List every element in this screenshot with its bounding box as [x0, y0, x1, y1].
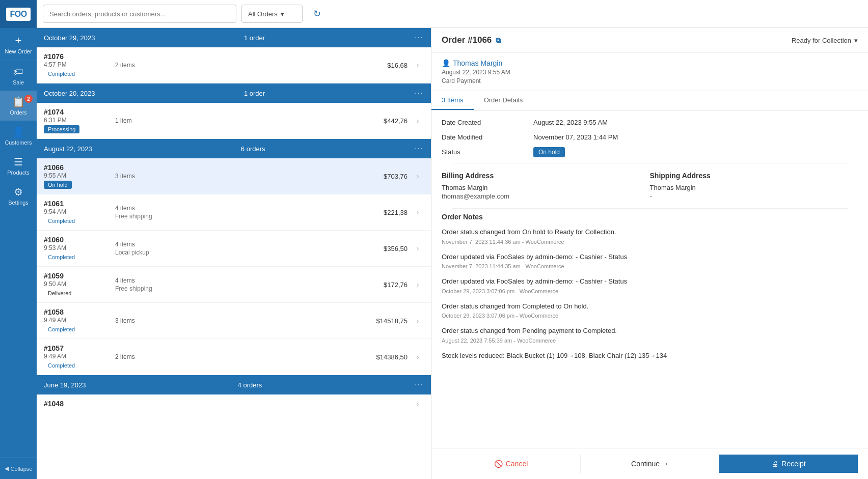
group-menu-icon[interactable]: ··· [414, 144, 424, 153]
order-info: #1076 4:57 PM Completed [44, 52, 115, 78]
billing-address: Billing Address Thomas Margin thomas@exa… [442, 172, 650, 200]
order-number: #1059 [44, 272, 115, 280]
billing-email: thomas@example.com [442, 192, 650, 200]
notes-title: Order Notes [442, 213, 858, 221]
order-row[interactable]: #1048 › [37, 395, 431, 413]
sidebar-item-label-orders: Orders [10, 109, 27, 116]
order-row[interactable]: #1059 9:50 AM Delivered 4 items Free shi… [37, 267, 431, 303]
orders-list: October 29, 2023 1 order ··· #1076 4:57 … [37, 28, 431, 479]
collapse-button[interactable]: ◀ Collapse [1, 463, 37, 474]
tab-order-details-label: Order Details [484, 96, 523, 104]
tab-order-details[interactable]: Order Details [474, 91, 533, 110]
order-items: 3 items [115, 173, 362, 180]
section-divider-2 [452, 208, 848, 209]
item-count: 3 items [115, 173, 362, 180]
filter-chevron-icon: ▾ [281, 10, 284, 18]
sidebar-item-customers[interactable]: 👤 Customers [0, 121, 37, 151]
order-row[interactable]: #1066 9:55 AM On hold 3 items $703,76 › [37, 158, 431, 194]
order-number: #1074 [44, 108, 115, 116]
order-amount: $442,76 [362, 117, 408, 125]
sidebar-item-products[interactable]: ☰ Products [0, 151, 37, 181]
date-created-label: Date Created [442, 119, 533, 126]
refresh-button[interactable]: ↻ [308, 5, 326, 23]
tab-items-label: 3 Items [442, 96, 464, 104]
order-items: 2 items [115, 62, 362, 69]
order-row[interactable]: #1076 4:57 PM Completed 2 items $16,68 › [37, 47, 431, 83]
new-order-button[interactable]: + New Order [0, 28, 37, 61]
order-row[interactable]: #1058 9:49 AM Completed 3 items $14518,7… [37, 303, 431, 339]
date-header-aug22: August 22, 2023 6 orders ··· [37, 139, 431, 158]
order-items: 3 items [115, 317, 362, 324]
billing-title: Billing Address [442, 172, 650, 180]
printer-icon: 🖨 [771, 460, 778, 468]
order-count: 1 order [244, 90, 265, 97]
note-text: Order updated via FooSales by admin-demo… [442, 276, 858, 287]
order-status: Completed [44, 217, 115, 225]
sidebar-bottom: ◀ Collapse [0, 458, 37, 479]
continue-label: Continue → [631, 460, 669, 468]
note-meta: August 22, 2023 7:55:39 am - WooCommerce [442, 337, 858, 344]
group-menu-icon[interactable]: ··· [414, 380, 424, 389]
customer-date: August 22, 2023 9:55 AM [442, 69, 858, 76]
order-time: 9:54 AM [44, 208, 115, 215]
order-time: 9:49 AM [44, 353, 115, 360]
order-count: 6 orders [241, 145, 265, 153]
sidebar-item-sale[interactable]: 🏷 Sale [0, 61, 37, 91]
order-status: Completed [44, 253, 115, 261]
order-status: Processing [44, 125, 115, 133]
sidebar-item-label-customers: Customers [5, 139, 32, 146]
order-number: #1060 [44, 236, 115, 244]
cancel-label: Cancel [506, 460, 528, 468]
order-time: 9:53 AM [44, 244, 115, 251]
order-status: Delivered [44, 289, 115, 297]
cancel-button[interactable]: 🚫 Cancel [442, 455, 581, 473]
status-dropdown[interactable]: Ready for Collection ▾ [792, 37, 858, 44]
collapse-arrow-icon: ◀ [5, 465, 9, 472]
group-menu-icon[interactable]: ··· [414, 89, 424, 98]
shipping-title: Shipping Address [650, 172, 858, 180]
shipping-address: Shipping Address Thomas Margin - [650, 172, 858, 200]
receipt-button[interactable]: 🖨 Receipt [719, 455, 858, 473]
filter-dropdown[interactable]: All Orders ▾ [241, 5, 303, 23]
settings-icon: ⚙ [14, 186, 23, 198]
sidebar-item-settings[interactable]: ⚙ Settings [0, 181, 37, 211]
search-input[interactable] [43, 5, 236, 23]
continue-button[interactable]: Continue → [581, 455, 719, 473]
order-number: #1057 [44, 344, 115, 352]
note-text: Order status changed from Pending paymen… [442, 326, 858, 336]
status-badge: Delivered [44, 289, 75, 297]
chevron-right-icon: › [412, 353, 424, 361]
note-meta: November 7, 2023 11:44:35 am - WooCommer… [442, 263, 858, 269]
products-icon: ☰ [14, 156, 23, 168]
on-hold-badge: On hold [533, 147, 565, 157]
note-text: Order updated via FooSales by admin-demo… [442, 252, 858, 262]
status-badge: Completed [44, 70, 79, 78]
date-header-oct20: October 20, 2023 1 order ··· [37, 83, 431, 103]
sale-icon: 🏷 [13, 66, 23, 78]
order-count: 1 order [244, 34, 265, 42]
tab-items[interactable]: 3 Items [431, 91, 474, 110]
chevron-right-icon: › [412, 317, 424, 325]
order-amount: $356,50 [362, 245, 408, 252]
note-item: Order status changed from Pending paymen… [442, 326, 858, 344]
chevron-right-icon: › [412, 244, 424, 252]
sidebar-item-orders[interactable]: 2 📋 Orders [0, 91, 37, 121]
new-order-label: New Order [5, 48, 32, 54]
group-menu-icon[interactable]: ··· [414, 33, 424, 42]
order-number: #1048 [44, 400, 115, 408]
item-count: 4 items [115, 205, 362, 212]
order-row[interactable]: #1061 9:54 AM Completed 4 items Free shi… [37, 194, 431, 231]
date-modified-row: Date Modified November 07, 2023 1:44 PM [442, 133, 858, 141]
date-label: June 19, 2023 [44, 381, 86, 389]
customer-payment: Card Payment [442, 77, 858, 84]
order-row[interactable]: #1057 9:49 AM Completed 2 items $14386,5… [37, 339, 431, 375]
status-badge: On hold [44, 181, 72, 189]
refresh-icon: ↻ [313, 8, 321, 19]
order-row[interactable]: #1060 9:53 AM Completed 4 items Local pi… [37, 231, 431, 267]
status-value: On hold [533, 148, 565, 156]
customer-name[interactable]: 👤 Thomas Margin [442, 59, 858, 67]
date-label: October 29, 2023 [44, 34, 95, 42]
shipping-label: Free shipping [115, 285, 362, 292]
order-row[interactable]: #1074 6:31 PM Processing 1 item $442,76 … [37, 103, 431, 139]
external-link-icon[interactable]: ⧉ [496, 36, 501, 45]
